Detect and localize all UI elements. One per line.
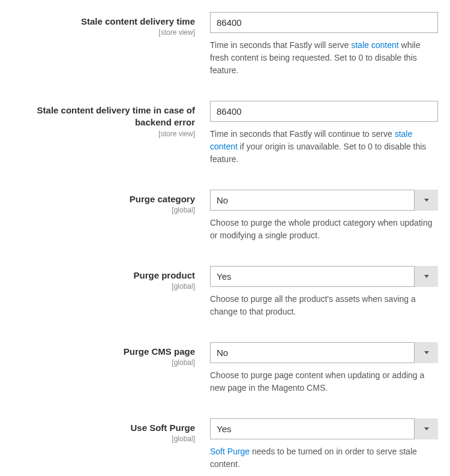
field-label-col: Use Soft Purge [global]: [9, 418, 210, 443]
soft-purge-help: Soft Purge needs to be turned on in orde…: [210, 445, 438, 471]
purge-product-help: Choose to purge all the product's assets…: [210, 293, 438, 318]
soft-purge-select[interactable]: Yes: [210, 418, 438, 439]
stale-backend-error-help: Time in seconds that Fastly will continu…: [210, 128, 438, 166]
stale-backend-error-label: Stale content delivery time in case of b…: [9, 104, 195, 129]
soft-purge-row: Use Soft Purge [global] Yes Soft Purge n…: [9, 418, 441, 471]
purge-category-label: Purge category: [9, 193, 195, 205]
stale-content-link[interactable]: stale content: [351, 40, 398, 50]
stale-content-time-row: Stale content delivery time [store view]…: [9, 12, 441, 77]
stale-content-time-help: Time in seconds that Fastly will serve s…: [210, 39, 438, 77]
field-label-col: Purge CMS page [global]: [9, 342, 210, 367]
purge-cms-select[interactable]: No: [210, 342, 438, 363]
purge-category-select-wrap: No: [210, 190, 438, 211]
field-value-col: No Choose to purge the whole product cat…: [210, 190, 438, 242]
field-label-col: Stale content delivery time [store view]: [9, 12, 210, 37]
stale-backend-error-input[interactable]: [210, 101, 438, 122]
purge-product-select-wrap: Yes: [210, 266, 438, 287]
purge-category-scope: [global]: [9, 206, 195, 214]
purge-category-help: Choose to purge the whole product catego…: [210, 217, 438, 242]
purge-cms-select-wrap: No: [210, 342, 438, 363]
field-value-col: Yes Soft Purge needs to be turned on in …: [210, 418, 438, 471]
purge-cms-scope: [global]: [9, 358, 195, 367]
purge-cms-label: Purge CMS page: [9, 346, 195, 358]
purge-category-select[interactable]: No: [210, 190, 438, 211]
purge-category-row: Purge category [global] No Choose to pur…: [9, 190, 441, 242]
soft-purge-link[interactable]: Soft Purge: [210, 447, 250, 456]
purge-cms-help: Choose to purge page content when updati…: [210, 369, 438, 394]
stale-content-time-input[interactable]: [210, 12, 438, 33]
purge-product-label: Purge product: [9, 270, 195, 282]
field-label-col: Purge category [global]: [9, 190, 210, 214]
soft-purge-scope: [global]: [9, 435, 195, 443]
field-label-col: Purge product [global]: [9, 266, 210, 291]
purge-product-row: Purge product [global] Yes Choose to pur…: [9, 266, 441, 318]
stale-content-time-label: Stale content delivery time: [9, 16, 195, 28]
field-label-col: Stale content delivery time in case of b…: [9, 101, 210, 138]
field-value-col: No Choose to purge page content when upd…: [210, 342, 438, 394]
purge-product-select[interactable]: Yes: [210, 266, 438, 287]
soft-purge-select-wrap: Yes: [210, 418, 438, 439]
purge-cms-row: Purge CMS page [global] No Choose to pur…: [9, 342, 441, 394]
stale-backend-error-row: Stale content delivery time in case of b…: [9, 101, 441, 166]
field-value-col: Yes Choose to purge all the product's as…: [210, 266, 438, 318]
field-value-col: Time in seconds that Fastly will continu…: [210, 101, 438, 166]
soft-purge-label: Use Soft Purge: [9, 422, 195, 434]
stale-backend-error-scope: [store view]: [9, 130, 195, 138]
stale-content-time-scope: [store view]: [9, 28, 195, 37]
purge-product-scope: [global]: [9, 282, 195, 291]
field-value-col: Time in seconds that Fastly will serve s…: [210, 12, 438, 77]
